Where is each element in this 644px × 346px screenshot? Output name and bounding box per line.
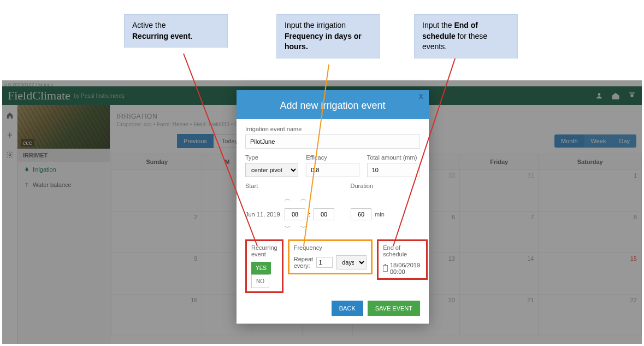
modal-footer: BACK SAVE EVENT <box>237 301 429 324</box>
efficacy-input[interactable] <box>306 163 359 177</box>
time-row: Jun 11, 2019 : min <box>245 208 420 220</box>
add-irrigation-modal: Add new irrigation event X Irrigation ev… <box>237 90 429 324</box>
frequency-label: Frequency <box>294 244 367 251</box>
event-name-label: Irrigation event name <box>245 126 420 132</box>
chevron-down-icon[interactable]: ﹀ <box>285 224 291 232</box>
save-event-button[interactable]: SAVE EVENT <box>368 301 420 316</box>
chevron-down-icon[interactable]: ﹀ <box>300 224 306 232</box>
end-label: End of schedule <box>383 244 422 257</box>
text: Frequency in days or hours. <box>285 32 362 51</box>
back-button[interactable]: BACK <box>332 301 363 316</box>
modal-title: Add new irrigation event <box>280 100 385 111</box>
amount-input[interactable] <box>367 163 420 177</box>
text: Input the irrigation <box>285 21 346 30</box>
text: Recurring event <box>132 32 191 40</box>
chevron-up-icon[interactable]: ︿ <box>285 195 291 203</box>
duration-label: Duration <box>351 183 421 189</box>
text: Input the <box>422 21 454 30</box>
start-date: Jun 11, 2019 <box>245 211 281 218</box>
start-min-input[interactable] <box>314 208 334 220</box>
repeat-label: Repeat every: <box>294 256 313 269</box>
calendar-icon[interactable] <box>383 265 388 272</box>
repeat-unit-select[interactable]: days <box>336 255 367 269</box>
text: Active the <box>132 21 166 30</box>
chevron-up-icon[interactable]: ︿ <box>300 195 306 203</box>
modal-header: Add new irrigation event X <box>237 90 429 119</box>
no-button[interactable]: NO <box>251 274 269 288</box>
recurring-label: Recurring event <box>251 244 277 257</box>
close-icon[interactable]: X <box>418 92 423 101</box>
callout-end: Input the End of schedule for these even… <box>414 14 518 58</box>
end-schedule-box: End of schedule 18/06/2019 00:00 <box>377 239 428 280</box>
type-select[interactable]: center pivot <box>245 163 298 177</box>
end-value[interactable]: 18/06/2019 00:00 <box>390 262 422 275</box>
callout-recurring: Active the Recurring event. <box>124 14 228 48</box>
amount-label: Total amount (mm) <box>367 154 420 161</box>
callout-frequency: Input the irrigation Frequency in days o… <box>276 14 380 58</box>
type-label: Type <box>245 154 298 161</box>
duration-input[interactable] <box>351 208 371 220</box>
modal-body: Irrigation event name Type center pivot … <box>237 119 429 301</box>
event-name-input[interactable] <box>245 134 420 149</box>
repeat-count-input[interactable] <box>316 257 333 268</box>
start-label: Start <box>245 183 343 189</box>
duration-unit: min <box>375 211 385 218</box>
text: . <box>191 32 193 40</box>
lower-row: Recurring event YESNO Frequency Repeat e… <box>245 239 420 293</box>
time-arrows-up: ︿ ︿ <box>285 195 420 203</box>
yes-button[interactable]: YES <box>251 262 271 274</box>
frequency-box: Frequency Repeat every: days <box>288 239 373 274</box>
efficacy-label: Efficacy <box>306 154 359 161</box>
start-hour-input[interactable] <box>285 208 305 220</box>
time-arrows-down: ﹀ ﹀ <box>285 224 420 232</box>
colon: : <box>309 211 310 218</box>
recurring-box: Recurring event YESNO <box>245 239 283 293</box>
